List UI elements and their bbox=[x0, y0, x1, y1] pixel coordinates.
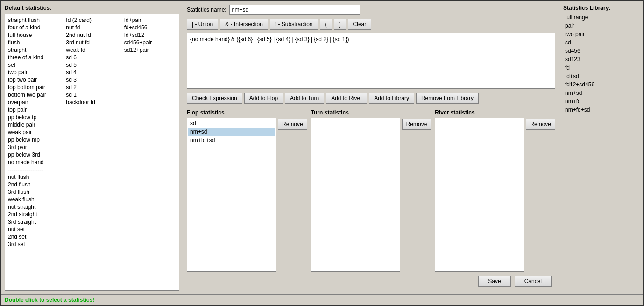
stats-item[interactable]: middle pair bbox=[7, 121, 61, 128]
remove-from-library-button[interactable]: Remove from Library bbox=[416, 93, 479, 104]
stats-item[interactable]: set bbox=[7, 61, 61, 69]
stats-item[interactable]: 2nd set bbox=[7, 233, 61, 241]
main-window: Default statistics: straight flushfour o… bbox=[0, 0, 644, 306]
stats-item[interactable]: pp below mp bbox=[7, 136, 61, 143]
stats-item[interactable]: 3rd flush bbox=[7, 188, 61, 196]
flop-list-item[interactable]: sd bbox=[188, 119, 275, 128]
library-item[interactable]: full range bbox=[563, 13, 639, 21]
clear-button[interactable]: Clear bbox=[348, 19, 372, 30]
river-section-title: River statistics bbox=[435, 109, 555, 116]
stats-item[interactable]: nut fd bbox=[65, 24, 119, 31]
stats-item[interactable]: backdoor fd bbox=[65, 99, 119, 106]
save-button[interactable]: Save bbox=[478, 276, 510, 287]
check-expression-button[interactable]: Check Expression bbox=[187, 93, 242, 104]
library-list: full rangepairtwo pairsdsd456sd123fdfd+s… bbox=[563, 13, 639, 114]
river-stat-list[interactable] bbox=[435, 118, 524, 272]
library-item[interactable]: sd456 bbox=[563, 47, 639, 55]
stats-item[interactable]: fd+sd12 bbox=[123, 31, 177, 39]
flop-list-item[interactable]: nm+fd+sd bbox=[188, 136, 275, 144]
flop-section-title: Flop statistics bbox=[187, 109, 307, 116]
stats-item[interactable]: three of a kind bbox=[7, 54, 61, 61]
add-to-flop-button[interactable]: Add to Flop bbox=[244, 93, 283, 104]
stats-item[interactable]: four of a kind bbox=[7, 24, 61, 31]
stats-item[interactable]: sd 4 bbox=[65, 69, 119, 76]
stats-item[interactable]: fd (2 card) bbox=[65, 16, 119, 24]
stats-item[interactable]: 2nd straight bbox=[7, 211, 61, 218]
library-item[interactable]: fd bbox=[563, 64, 639, 72]
stats-item[interactable]: pp below 3rd bbox=[7, 151, 61, 158]
stats-item[interactable]: overpair bbox=[7, 99, 61, 106]
stats-item[interactable]: two pair bbox=[7, 69, 61, 76]
stats-col-1: straight flushfour of a kindfull housefl… bbox=[5, 14, 63, 290]
stats-item[interactable]: sd 2 bbox=[65, 84, 119, 91]
turn-remove-button[interactable]: Remove bbox=[402, 119, 432, 130]
stats-item[interactable]: sd456+pair bbox=[123, 39, 177, 46]
cancel-button[interactable]: Cancel bbox=[515, 276, 552, 287]
library-item[interactable]: pair bbox=[563, 21, 639, 30]
stats-item[interactable]: nut flush bbox=[7, 173, 61, 181]
content-area: Default statistics: straight flushfour o… bbox=[1, 1, 643, 294]
stats-item[interactable]: nut straight bbox=[7, 203, 61, 211]
operator-buttons: | - Union & - Intersection ! - Substract… bbox=[187, 19, 555, 30]
library-item[interactable]: sd bbox=[563, 38, 639, 47]
library-item[interactable]: nm+fd bbox=[563, 97, 639, 106]
stat-sections: Flop statistics sdnm+sdnm+fd+sd Remove T… bbox=[187, 109, 555, 272]
flop-remove-button[interactable]: Remove bbox=[278, 119, 307, 130]
stats-item[interactable]: 3rd pair bbox=[7, 143, 61, 151]
stats-item[interactable]: 3rd set bbox=[7, 241, 61, 248]
stats-item[interactable]: sd 1 bbox=[65, 91, 119, 99]
library-item[interactable]: two pair bbox=[563, 30, 639, 38]
library-item[interactable]: sd123 bbox=[563, 55, 639, 64]
union-button[interactable]: | - Union bbox=[187, 19, 218, 30]
stats-item[interactable]: sd 6 bbox=[65, 54, 119, 61]
library-item[interactable]: fd12+sd456 bbox=[563, 80, 639, 89]
flop-list-item[interactable]: nm+sd bbox=[188, 128, 275, 136]
stats-item[interactable]: top two pair bbox=[7, 76, 61, 84]
stats-item[interactable]: bottom two pair bbox=[7, 91, 61, 99]
stats-item[interactable]: weak pair bbox=[7, 128, 61, 136]
turn-section-title: Turn statistics bbox=[311, 109, 432, 116]
library-item[interactable]: nm+sd bbox=[563, 89, 639, 97]
stats-item[interactable]: 3rd nut fd bbox=[65, 39, 119, 46]
stats-item[interactable]: 2nd nut fd bbox=[65, 31, 119, 39]
river-section-content: Remove bbox=[435, 118, 555, 272]
library-item[interactable]: nm+fd+sd bbox=[563, 106, 639, 114]
stats-item[interactable]: top pair bbox=[7, 106, 61, 114]
stats-item[interactable]: top bottom pair bbox=[7, 84, 61, 91]
stats-item[interactable]: pp below tp bbox=[7, 114, 61, 121]
subtraction-button[interactable]: ! - Substraction bbox=[270, 19, 318, 30]
stats-item[interactable]: full house bbox=[7, 31, 61, 39]
stats-item[interactable]: 3rd straight bbox=[7, 218, 61, 226]
stats-name-input[interactable] bbox=[229, 5, 360, 15]
left-panel-title: Default statistics: bbox=[5, 5, 179, 11]
stats-item[interactable]: sd12+pair bbox=[123, 46, 177, 54]
stats-item[interactable]: no made hand bbox=[7, 158, 61, 166]
add-to-turn-button[interactable]: Add to Turn bbox=[285, 93, 324, 104]
footer-text: Double click to select a statistics! bbox=[5, 297, 94, 303]
close-paren-button[interactable]: ) bbox=[334, 19, 346, 30]
add-to-river-button[interactable]: Add to River bbox=[326, 93, 367, 104]
open-paren-button[interactable]: ( bbox=[320, 19, 332, 30]
expression-area: {no made hand} & ({sd 6} | {sd 5} | {sd … bbox=[187, 33, 555, 89]
add-to-library-button[interactable]: Add to Library bbox=[369, 93, 414, 104]
stats-item[interactable]: straight bbox=[7, 46, 61, 54]
flop-stat-list[interactable]: sdnm+sdnm+fd+sd bbox=[187, 118, 276, 272]
river-remove-button[interactable]: Remove bbox=[526, 119, 555, 130]
stats-item[interactable]: flush bbox=[7, 39, 61, 46]
left-panel: Default statistics: straight flushfour o… bbox=[1, 1, 183, 294]
stats-item[interactable]: fd+sd456 bbox=[123, 24, 177, 31]
library-item[interactable]: fd+sd bbox=[563, 72, 639, 80]
stats-name-label: Statictics name: bbox=[187, 7, 226, 13]
stats-item[interactable]: straight flush bbox=[7, 16, 61, 24]
stats-item[interactable]: fd+pair bbox=[123, 16, 177, 24]
stats-item[interactable]: weak flush bbox=[7, 196, 61, 203]
stats-item[interactable]: sd 5 bbox=[65, 61, 119, 69]
stats-item[interactable]: 2nd flush bbox=[7, 181, 61, 188]
turn-stat-list[interactable] bbox=[311, 118, 400, 272]
stats-item[interactable]: weak fd bbox=[65, 46, 119, 54]
stats-item[interactable]: sd 3 bbox=[65, 76, 119, 84]
intersection-button[interactable]: & - Intersection bbox=[220, 19, 268, 30]
stats-item: ------------------- bbox=[7, 166, 61, 173]
stats-item[interactable]: nut set bbox=[7, 226, 61, 233]
bottom-area: Save Cancel bbox=[187, 272, 555, 291]
